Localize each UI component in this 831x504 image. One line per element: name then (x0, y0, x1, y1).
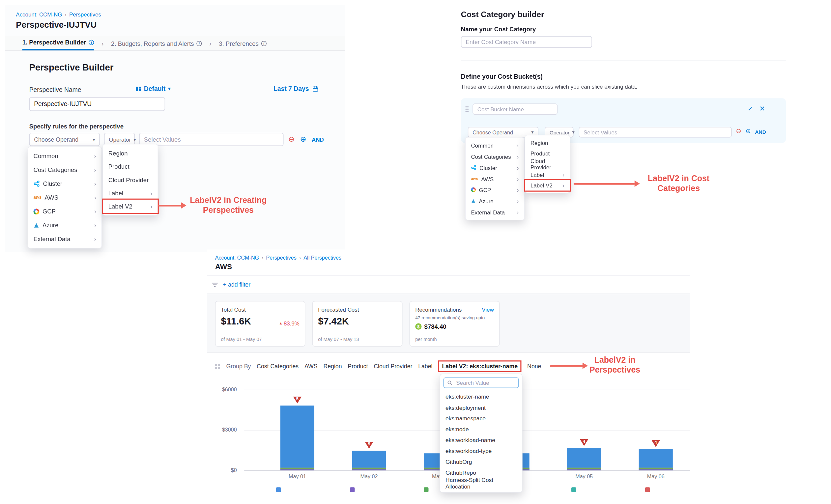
cc-add-rule-icon[interactable]: ⊕ (746, 128, 751, 134)
chart-bar-may-06[interactable] (639, 449, 673, 470)
value-option-eks-deployment[interactable]: eks:deployment (440, 402, 522, 413)
calendar-icon (312, 85, 318, 92)
cc-select-values-input[interactable] (579, 127, 732, 137)
date-range-selector[interactable]: Last 7 Days (274, 85, 318, 93)
breadcrumb-account-link[interactable]: Account: CCM-NG (215, 255, 259, 261)
group-by-cloud-provider[interactable]: Cloud Provider (374, 363, 412, 369)
cluster-icon (471, 165, 476, 170)
select-values-input[interactable] (139, 133, 283, 146)
anomaly-badge[interactable]: 5 (365, 442, 373, 449)
chart-bar-may-05[interactable] (567, 448, 601, 470)
add-rule-icon[interactable]: ⊕ (300, 136, 306, 143)
submenu-item-label[interactable]: Label › (103, 186, 158, 200)
menu-item-azure[interactable]: Azure › (28, 218, 101, 232)
value-option-eks-cluster-name[interactable]: eks:cluster-name (440, 391, 522, 402)
savings-value: $784.40 (424, 323, 447, 329)
group-by-cost-categories[interactable]: Cost Categories (257, 363, 298, 369)
cc-submenu-item-label-v2[interactable]: Label V2 › (525, 180, 570, 190)
breadcrumb-account-link[interactable]: Account: CCM-NG (16, 11, 62, 18)
y-axis-tick: $6000 (212, 386, 237, 392)
menu-item-gcp[interactable]: GCP › (28, 204, 101, 218)
group-by-aws[interactable]: AWS (305, 363, 318, 369)
group-by-region[interactable]: Region (323, 363, 342, 369)
value-option-eks-node[interactable]: eks:node (440, 424, 522, 435)
chevron-right-icon: › (517, 176, 519, 182)
value-option-githubrepo[interactable]: GithubRepo (440, 467, 522, 478)
group-by-selected-label-v2[interactable]: Label V2: eks:cluster-name (438, 360, 521, 372)
submenu-item-cloud-provider[interactable]: Cloud Provider (103, 173, 158, 186)
cc-menu-item-external-data[interactable]: External Data › (466, 207, 524, 218)
cc-remove-rule-icon[interactable]: ⊖ (736, 128, 741, 134)
tab-perspective-builder[interactable]: 1. Perspective Builder i (22, 36, 94, 51)
remove-rule-icon[interactable]: ⊖ (288, 136, 294, 143)
submenu-item-label-v2[interactable]: Label V2 › (103, 200, 158, 213)
cc-menu-item-cost-categories[interactable]: Cost Categories › (466, 151, 524, 162)
cost-category-title: Cost Category builder (461, 9, 544, 19)
chevron-separator-icon: › (262, 255, 263, 261)
cc-menu-item-aws[interactable]: aws AWS › (466, 173, 524, 184)
x-axis-label: May 01 (289, 473, 306, 479)
caret-down-icon: ▾ (168, 86, 170, 91)
group-by-row: Group By Cost Categories AWS Region Prod… (214, 360, 541, 373)
anomaly-badge[interactable]: 5 (293, 396, 302, 404)
cc-submenu-item-label[interactable]: Label › (525, 169, 570, 180)
value-option-githuborg[interactable]: GithubOrg (440, 456, 522, 467)
cc-menu-item-common[interactable]: Common › (466, 140, 524, 151)
value-option-eks-namespace[interactable]: eks:namespace (440, 413, 522, 424)
cc-menu-item-azure[interactable]: Azure › (466, 195, 524, 207)
group-by-label-option[interactable]: Label (418, 363, 432, 369)
x-axis-label: May 02 (361, 473, 378, 479)
value-option-eks-workload-type[interactable]: eks:workload-type (440, 445, 522, 456)
drag-handle-icon[interactable] (465, 106, 469, 113)
cc-menu-item-gcp[interactable]: GCP › (466, 184, 524, 195)
section-divider (461, 61, 786, 61)
cancel-bucket-icon[interactable]: ✕ (759, 105, 765, 112)
anomaly-badge[interactable]: 4 (652, 440, 660, 447)
breadcrumb-all-perspectives-link[interactable]: All Perspectives (304, 255, 341, 261)
and-operator-button[interactable]: AND (312, 137, 324, 143)
filter-icon[interactable] (211, 282, 218, 288)
value-option-harness-split-cost-allocation[interactable]: Harness-Split Cost Allocation (440, 478, 522, 489)
grid-icon (214, 363, 221, 369)
value-search-input[interactable] (455, 379, 513, 387)
cost-category-name-input[interactable] (461, 36, 592, 48)
legend-swatch (571, 487, 576, 492)
tab-budgets-reports-alerts[interactable]: 2. Budgets, Reports and Alerts i (111, 36, 202, 51)
add-filter-button[interactable]: + add filter (223, 281, 251, 288)
azure-icon (34, 222, 39, 228)
submenu-item-product[interactable]: Product (103, 160, 158, 173)
chevron-separator-icon: › (102, 39, 104, 47)
cc-submenu-item-region[interactable]: Region (525, 137, 570, 148)
cost-category-panel: Cost Category builder Name your Cost Cat… (461, 0, 793, 249)
cost-bucket-name-input[interactable] (472, 103, 557, 115)
menu-item-cost-categories[interactable]: Cost Categories › (28, 163, 101, 177)
tab-preferences[interactable]: 3. Preferences i (219, 36, 266, 51)
value-option-eks-workload-name[interactable]: eks:workload-name (440, 435, 522, 445)
chart-bar-may-01[interactable] (280, 406, 314, 470)
group-by-product[interactable]: Product (348, 363, 368, 369)
view-recommendations-link[interactable]: View (482, 306, 494, 313)
perspective-name-input[interactable] (29, 97, 165, 111)
choose-operand-dropdown[interactable]: Choose Operand ▾ (29, 133, 100, 146)
anomaly-badge[interactable]: 4 (580, 439, 589, 446)
group-by-none[interactable]: None (527, 363, 541, 369)
cc-submenu-item-product[interactable]: Product (525, 148, 570, 159)
breadcrumb-perspectives-link[interactable]: Perspectives (69, 11, 101, 18)
menu-item-external-data[interactable]: External Data › (28, 232, 101, 246)
legend-swatch (645, 487, 650, 492)
chevron-right-icon: › (563, 172, 565, 178)
menu-item-common[interactable]: Common › (28, 149, 101, 163)
breadcrumb-perspectives-link[interactable]: Perspectives (266, 255, 296, 261)
cc-menu-item-cluster[interactable]: Cluster › (466, 162, 524, 173)
submenu-item-region[interactable]: Region (103, 147, 158, 160)
chart-bar-may-02[interactable] (352, 451, 386, 470)
confirm-bucket-icon[interactable]: ✓ (748, 105, 753, 112)
cc-and-operator-button[interactable]: AND (755, 129, 766, 135)
view-selector[interactable]: Default ▾ (136, 85, 171, 93)
menu-item-cluster[interactable]: Cluster › (28, 177, 101, 191)
info-icon: i (197, 40, 202, 46)
cc-submenu-item-cloud-provider[interactable]: Cloud Provider (525, 159, 570, 169)
menu-item-aws[interactable]: aws AWS › (28, 191, 101, 205)
screenshot-canvas: Account: CCM-NG › Perspectives Perspecti… (0, 0, 831, 504)
buckets-description: These are custom dimensions across which… (461, 83, 637, 90)
